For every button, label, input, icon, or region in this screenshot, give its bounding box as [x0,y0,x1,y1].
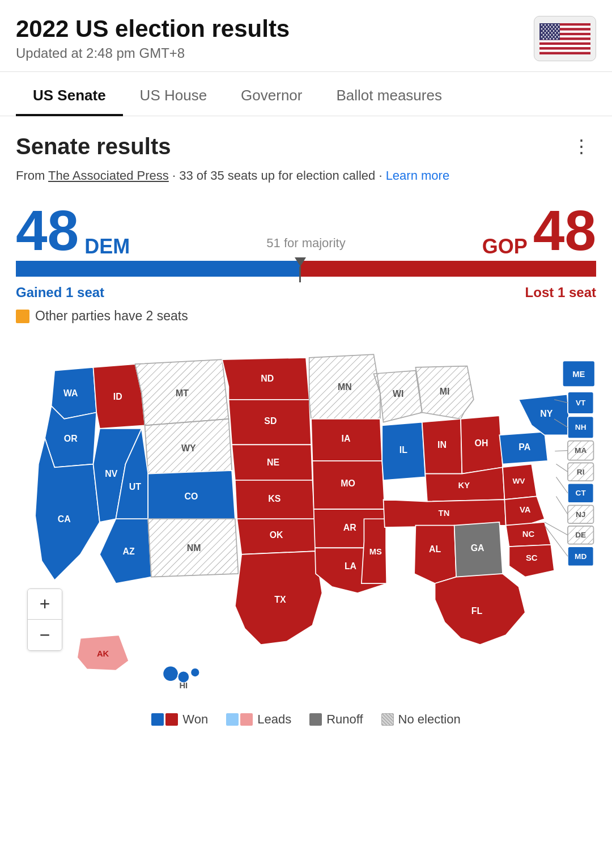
svg-point-16 [548,24,549,25]
svg-point-43 [546,34,547,35]
map-legend: Won Leads Runoff No election [16,696,596,744]
svg-rect-8 [539,42,590,44]
gop-score: 48 [533,202,596,259]
map-container: WA OR CA ID NV MT WY UT CO [16,335,596,696]
svg-point-55 [550,38,551,39]
svg-rect-10 [539,47,590,49]
line-nj [556,497,567,515]
gop-bar [300,261,596,277]
tab-us-senate[interactable]: US Senate [16,72,123,116]
svg-text:VA: VA [520,505,531,514]
tab-us-house[interactable]: US House [123,72,224,116]
source-link[interactable]: The Associated Press [48,168,169,183]
svg-point-49 [548,36,549,37]
source-line: From The Associated Press · 33 of 35 sea… [16,166,596,185]
svg-text:FL: FL [471,606,483,616]
dem-score: 48 [16,202,79,259]
svg-point-51 [555,36,556,37]
svg-text:ME: ME [572,370,585,379]
svg-text:IL: IL [400,445,407,455]
svg-point-53 [543,38,544,39]
tab-governor[interactable]: Governor [224,72,319,116]
svg-point-22 [550,26,551,27]
svg-point-15 [545,24,546,25]
svg-text:CA: CA [58,514,71,524]
page-header: 2022 US election results Updated at 2:48… [0,0,612,72]
svg-text:TX: TX [274,595,286,604]
svg-text:KY: KY [458,481,470,490]
page-title: 2022 US election results [16,16,290,42]
gop-label: GOP [482,235,528,259]
majority-marker [295,257,306,282]
svg-text:GA: GA [471,543,484,553]
legend-runoff: Runoff [309,712,363,727]
svg-text:NY: NY [540,409,552,419]
svg-point-33 [550,30,551,31]
svg-point-46 [556,34,558,35]
tab-ballot-measures[interactable]: Ballot measures [320,72,459,116]
state-al [414,526,456,583]
legend-dem-leads-square [226,713,239,726]
svg-point-18 [555,24,556,25]
svg-text:AZ: AZ [123,547,135,556]
gained-label: Gained 1 seat [16,285,104,300]
svg-rect-11 [539,49,590,52]
svg-text:RI: RI [577,468,585,476]
legend-no-election-square [381,713,394,726]
svg-point-57 [556,38,558,39]
legend-no-election: No election [381,712,461,727]
svg-text:MO: MO [341,479,355,489]
flag-icon[interactable] [534,16,596,61]
other-parties-text: Other parties have 2 seats [35,308,188,324]
svg-rect-7 [539,40,590,42]
section-header: Senate results ⋮ [16,132,596,160]
svg-point-28 [551,28,552,29]
legend-gop-won-square [165,713,178,726]
legend-dem-won-square [151,713,164,726]
svg-rect-13 [539,23,560,40]
svg-point-34 [553,30,554,31]
svg-point-56 [553,38,554,39]
svg-point-52 [558,36,559,37]
legend-leads: Leads [226,712,291,727]
svg-point-44 [550,34,551,35]
us-map-svg: WA OR CA ID NV MT WY UT CO [16,335,596,696]
svg-text:NH: NH [575,423,586,431]
svg-point-50 [551,36,552,37]
svg-text:MA: MA [575,446,586,455]
updated-timestamp: Updated at 2:48 pm GMT+8 [16,45,290,61]
line-ct [556,464,567,472]
svg-point-30 [558,28,559,29]
legend-won-squares [151,713,178,726]
svg-text:WA: WA [63,388,78,398]
svg-text:KS: KS [268,494,280,503]
tabs-bar: US Senate US House Governor Ballot measu… [0,72,612,116]
more-options-button[interactable]: ⋮ [567,132,596,160]
svg-point-17 [551,24,552,25]
svg-point-24 [556,26,558,27]
svg-point-42 [543,34,544,35]
dem-bar [16,261,300,277]
progress-bar [16,261,596,277]
svg-text:CO: CO [185,492,198,501]
svg-point-23 [553,26,554,27]
score-row: 48 DEM 51 for majority GOP 48 [16,202,596,259]
svg-text:NM: NM [187,543,201,553]
svg-text:UT: UT [129,482,141,492]
svg-rect-9 [539,45,590,47]
svg-text:MD: MD [575,552,586,561]
svg-text:ND: ND [261,374,274,383]
line-ri [556,477,567,493]
zoom-in-button[interactable]: + [28,589,62,620]
svg-point-25 [541,28,542,29]
svg-text:TN: TN [439,509,450,518]
dem-score-group: 48 DEM [16,202,130,259]
svg-point-41 [558,32,559,33]
svg-point-48 [545,36,546,37]
svg-text:VT: VT [576,399,586,407]
learn-more-link[interactable]: Learn more [386,168,450,183]
svg-point-29 [555,28,556,29]
svg-text:SC: SC [526,553,538,562]
zoom-out-button[interactable]: − [28,620,62,650]
legend-no-election-label: No election [398,712,461,727]
